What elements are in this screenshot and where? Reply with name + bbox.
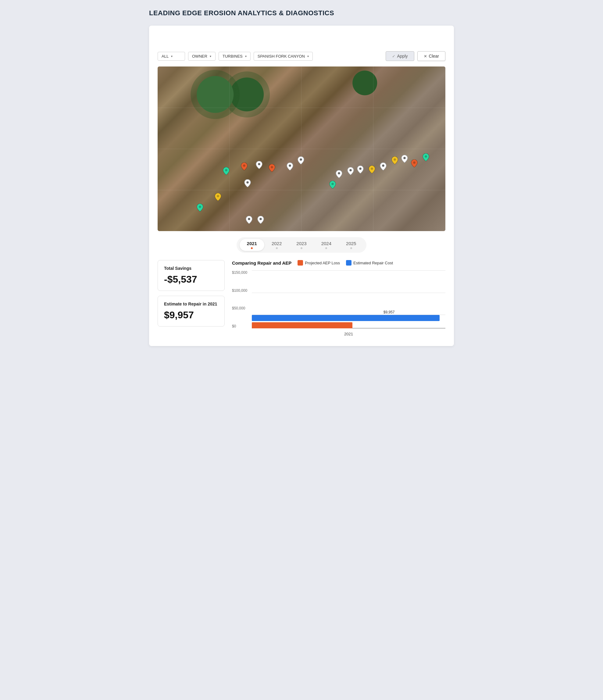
map-pin-17[interactable]	[329, 181, 336, 189]
map-pin-9[interactable]	[357, 166, 364, 173]
year-dot-2025	[350, 247, 352, 249]
all-filter-label: ALL	[161, 54, 169, 58]
svg-point-6	[338, 172, 340, 174]
svg-point-8	[359, 168, 361, 170]
estimate-repair-label: Estimate to Repair in 2021	[164, 302, 218, 306]
app-title: LEADING EDGE EROSION ANALYTICS & DIAGNOS…	[149, 6, 454, 20]
all-filter-chevron-icon: ▾	[171, 55, 173, 58]
year-selector: 20212022202320242025	[236, 237, 367, 253]
svg-point-5	[300, 158, 302, 161]
year-dot-2024	[325, 247, 327, 249]
year-label-2025: 2025	[346, 241, 356, 246]
turbines-filter-dropdown[interactable]: TURBINES ▾	[219, 52, 251, 61]
svg-point-11	[394, 158, 396, 161]
legend-aep: Projected AEP Loss	[298, 260, 340, 266]
map-pin-11[interactable]	[380, 162, 386, 170]
svg-point-15	[246, 181, 248, 183]
repair-bar	[252, 315, 439, 321]
map-pin-8[interactable]	[347, 167, 354, 175]
y-label-100k: $100,000	[232, 289, 252, 293]
map-pin-13[interactable]	[401, 155, 408, 163]
chart-title: Comparing Repair and AEP	[232, 260, 292, 266]
map-pin-21[interactable]	[257, 216, 264, 224]
repair-bar-label: $9,957	[383, 310, 395, 314]
aep-bar	[252, 322, 352, 328]
year-item-2022[interactable]: 2022	[264, 239, 289, 251]
year-item-2024[interactable]: 2024	[314, 239, 339, 251]
bottom-section: Total Savings -$5,537 Estimate to Repair…	[158, 260, 445, 338]
wind-farm-filter-chevron-icon: ▾	[307, 55, 309, 58]
map-pin-20[interactable]	[246, 216, 252, 224]
svg-point-2	[258, 163, 260, 165]
clear-button[interactable]: ✕ Clear	[417, 51, 445, 61]
svg-point-20	[259, 218, 261, 220]
owner-filter-dropdown[interactable]: OWNER ▾	[188, 52, 216, 61]
top-bar	[158, 33, 445, 45]
svg-point-9	[371, 168, 373, 170]
aep-legend-label: Projected AEP Loss	[305, 261, 340, 265]
year-dot-2023	[301, 247, 302, 249]
svg-point-16	[331, 183, 333, 185]
repair-swatch	[346, 260, 351, 266]
wind-farm-filter-label: SPANISH FORK CANYON	[258, 54, 305, 58]
estimate-repair-value: $9,957	[164, 309, 218, 321]
year-item-2023[interactable]: 2023	[289, 239, 314, 251]
owner-filter-label: OWNER	[192, 54, 207, 58]
svg-point-10	[382, 165, 384, 167]
year-label-2024: 2024	[321, 241, 331, 246]
year-dot-2022	[276, 247, 278, 249]
map-pin-12[interactable]	[392, 156, 398, 164]
total-savings-label: Total Savings	[164, 266, 218, 271]
filter-row: ALL ▾ OWNER ▾ TURBINES ▾ SPANISH FORK CA…	[158, 51, 445, 61]
apply-button[interactable]: ✓ Apply	[386, 51, 414, 61]
map-pin-10[interactable]	[369, 166, 375, 173]
map-pin-6[interactable]	[298, 156, 304, 164]
y-label-150k: $150,000	[232, 270, 252, 275]
svg-point-13	[413, 161, 415, 164]
map-pin-2[interactable]	[241, 162, 248, 170]
map-pin-18[interactable]	[215, 193, 221, 201]
total-savings-card: Total Savings -$5,537	[158, 260, 225, 291]
year-item-2021[interactable]: 2021	[240, 239, 264, 251]
map-pin-7[interactable]	[336, 170, 342, 178]
year-label-2022: 2022	[272, 241, 282, 246]
svg-point-19	[248, 218, 250, 220]
check-icon: ✓	[392, 54, 395, 58]
year-label-2023: 2023	[296, 241, 306, 246]
map-pin-5[interactable]	[286, 162, 293, 170]
owner-filter-chevron-icon: ▾	[210, 55, 211, 58]
year-dot-2021	[251, 247, 253, 249]
svg-point-17	[217, 195, 219, 197]
map-pin-14[interactable]	[411, 159, 418, 167]
map-pin-4[interactable]	[269, 164, 275, 172]
svg-point-18	[199, 206, 201, 208]
chart-area: $150,000 $100,000 $50,000 $0	[232, 270, 445, 338]
estimate-repair-card: Estimate to Repair in 2021 $9,957	[158, 296, 225, 327]
chart-container: Comparing Repair and AEP Projected AEP L…	[232, 260, 445, 338]
svg-point-7	[349, 169, 351, 171]
apply-label: Apply	[397, 54, 408, 58]
all-filter-dropdown[interactable]: ALL ▾	[158, 52, 185, 61]
svg-point-14	[425, 155, 427, 158]
y-label-50k: $50,000	[232, 306, 252, 310]
x-icon: ✕	[424, 54, 427, 58]
main-card: ALL ▾ OWNER ▾ TURBINES ▾ SPANISH FORK CA…	[149, 26, 454, 346]
year-item-2025[interactable]: 2025	[339, 239, 363, 251]
svg-point-0	[225, 169, 227, 171]
svg-point-3	[271, 166, 273, 168]
aep-swatch	[298, 260, 303, 266]
map-pin-15[interactable]	[423, 153, 429, 161]
map-pin-16[interactable]	[244, 179, 251, 187]
map-pin-1[interactable]	[223, 167, 230, 175]
map-pin-3[interactable]	[256, 161, 262, 169]
wind-farm-filter-dropdown[interactable]: SPANISH FORK CANYON ▾	[254, 52, 313, 61]
svg-point-1	[243, 165, 245, 167]
svg-point-12	[403, 157, 405, 159]
map-pin-19[interactable]	[197, 204, 203, 211]
x-axis-label: 2021	[252, 332, 445, 336]
year-label-2021: 2021	[247, 241, 257, 246]
legend-repair: Estimated Repair Cost	[346, 260, 393, 266]
chart-header: Comparing Repair and AEP Projected AEP L…	[232, 260, 445, 266]
map-container[interactable]	[158, 67, 445, 231]
y-label-0: $0	[232, 324, 252, 328]
